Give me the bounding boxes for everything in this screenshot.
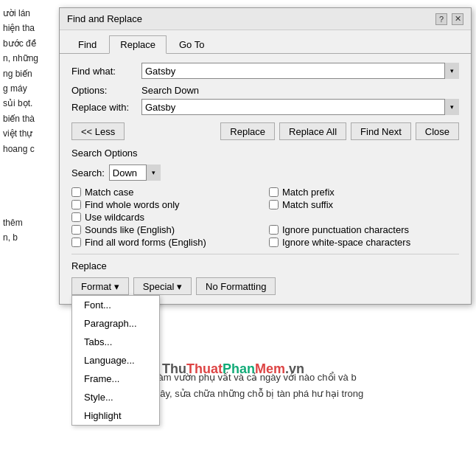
options-label: Options:	[71, 85, 141, 96]
tab-find[interactable]: Find	[67, 35, 108, 54]
close-dialog-button[interactable]: ✕	[452, 13, 463, 25]
dialog-tabs: Find Replace Go To	[60, 30, 471, 54]
menu-item-highlight[interactable]: Highlight	[72, 406, 159, 425]
find-what-label: Find what:	[71, 66, 141, 77]
help-button[interactable]: ?	[435, 13, 447, 25]
titlebar-buttons: ? ✕	[435, 13, 463, 25]
match-case-item: Match case	[71, 187, 262, 198]
spacer-item	[269, 212, 459, 223]
main-buttons-row: << Less Replace Replace All Find Next Cl…	[71, 122, 459, 140]
menu-item-font[interactable]: Font...	[72, 296, 159, 314]
dialog-titlebar: Find and Replace ? ✕	[60, 8, 471, 30]
bg-left-text: ười lán hiện tha bước đề n, những ng biế…	[0, 0, 59, 461]
menu-item-tabs[interactable]: Tabs...	[72, 333, 159, 351]
replace-with-input[interactable]	[141, 99, 459, 115]
format-button[interactable]: Format ▾	[71, 277, 129, 295]
match-prefix-checkbox[interactable]	[269, 187, 279, 197]
special-button[interactable]: Special ▾	[133, 277, 192, 295]
use-wildcards-item: Use wildcards	[71, 212, 262, 223]
tab-replace[interactable]: Replace	[109, 35, 167, 54]
tab-goto[interactable]: Go To	[168, 35, 215, 54]
menu-item-style[interactable]: Style...	[72, 388, 159, 406]
find-whole-words-checkbox[interactable]	[71, 200, 81, 209]
replace-with-label: Replace with:	[71, 102, 141, 113]
find-all-word-forms-label: Find all word forms (English)	[85, 237, 206, 248]
no-formatting-button[interactable]: No Formatting	[196, 277, 276, 295]
replace-input-wrap: ▾	[141, 99, 459, 115]
sounds-like-item: Sounds like (English)	[71, 224, 262, 235]
close-button[interactable]: Close	[416, 122, 459, 140]
use-wildcards-label: Use wildcards	[85, 212, 144, 223]
options-row: Options: Search Down	[71, 85, 459, 96]
match-case-label: Match case	[85, 187, 133, 198]
menu-item-paragraph[interactable]: Paragraph...	[72, 314, 159, 333]
options-value: Search Down	[141, 85, 199, 96]
match-prefix-item: Match prefix	[269, 187, 459, 198]
find-what-dropdown[interactable]: ▾	[444, 63, 459, 79]
search-label: Search:	[71, 167, 105, 178]
ignore-punctuation-checkbox[interactable]	[269, 225, 279, 235]
checkboxes-grid: Match case Match prefix Find whole words…	[71, 187, 459, 248]
replace-format-section: Replace Format ▾ Font... Paragraph... Ta…	[71, 254, 459, 295]
search-options-label: Search Options	[71, 148, 459, 159]
find-all-word-forms-checkbox[interactable]	[71, 238, 81, 247]
format-dropdown-menu: Font... Paragraph... Tabs... Language...…	[71, 295, 160, 426]
find-whole-words-item: Find whole words only	[71, 199, 262, 210]
ignore-punctuation-item: Ignore punctuation characters	[269, 224, 459, 235]
match-suffix-label: Match suffix	[282, 199, 333, 210]
menu-item-language[interactable]: Language...	[72, 351, 159, 370]
bottom-right-text: ợ làm vườn phụ vất và cả ngày với nào ch…	[147, 370, 476, 402]
find-input-wrap: ▾	[141, 63, 459, 79]
sounds-like-label: Sounds like (English)	[85, 224, 175, 235]
match-case-checkbox[interactable]	[71, 187, 81, 197]
less-button[interactable]: << Less	[71, 122, 125, 140]
bg-line-2: a cây, sửa chữa những chỗ bị tàn phá hư …	[147, 386, 476, 402]
find-next-button[interactable]: Find Next	[351, 122, 411, 140]
search-direction-select[interactable]: Down Up All	[109, 164, 161, 181]
menu-item-frame[interactable]: Frame...	[72, 370, 159, 388]
ignore-whitespace-label: Ignore white-space characters	[282, 237, 410, 248]
sounds-like-checkbox[interactable]	[71, 225, 81, 235]
find-all-word-forms-item: Find all word forms (English)	[71, 237, 262, 248]
replace-with-dropdown[interactable]: ▾	[444, 99, 459, 115]
replace-with-row: Replace with: ▾	[71, 99, 459, 115]
replace-format-buttons: Format ▾ Font... Paragraph... Tabs... La…	[71, 277, 459, 295]
search-dropdown-row: Search: Down Up All ▾	[71, 164, 459, 181]
match-suffix-item: Match suffix	[269, 199, 459, 210]
match-suffix-checkbox[interactable]	[269, 200, 279, 209]
find-what-input[interactable]	[141, 63, 459, 79]
match-prefix-label: Match prefix	[282, 187, 335, 198]
dialog-title: Find and Replace	[67, 13, 142, 24]
dialog-body: Find what: ▾ Options: Search Down Replac…	[60, 54, 471, 304]
format-button-wrap: Format ▾ Font... Paragraph... Tabs... La…	[71, 277, 129, 295]
find-replace-dialog: Find and Replace ? ✕ Find Replace Go To …	[59, 7, 472, 305]
use-wildcards-checkbox[interactable]	[71, 212, 81, 222]
find-what-row: Find what: ▾	[71, 63, 459, 79]
replace-all-button[interactable]: Replace All	[279, 122, 346, 140]
replace-button[interactable]: Replace	[220, 122, 275, 140]
replace-section-label: Replace	[71, 260, 459, 271]
find-whole-words-label: Find whole words only	[85, 199, 180, 210]
ignore-whitespace-item: Ignore white-space characters	[269, 237, 459, 248]
search-select-wrap: Down Up All ▾	[109, 164, 161, 181]
ignore-punctuation-label: Ignore punctuation characters	[282, 224, 409, 235]
ignore-whitespace-checkbox[interactable]	[269, 238, 279, 247]
bg-line-1: ợ làm vườn phụ vất và cả ngày với nào ch…	[147, 370, 476, 386]
